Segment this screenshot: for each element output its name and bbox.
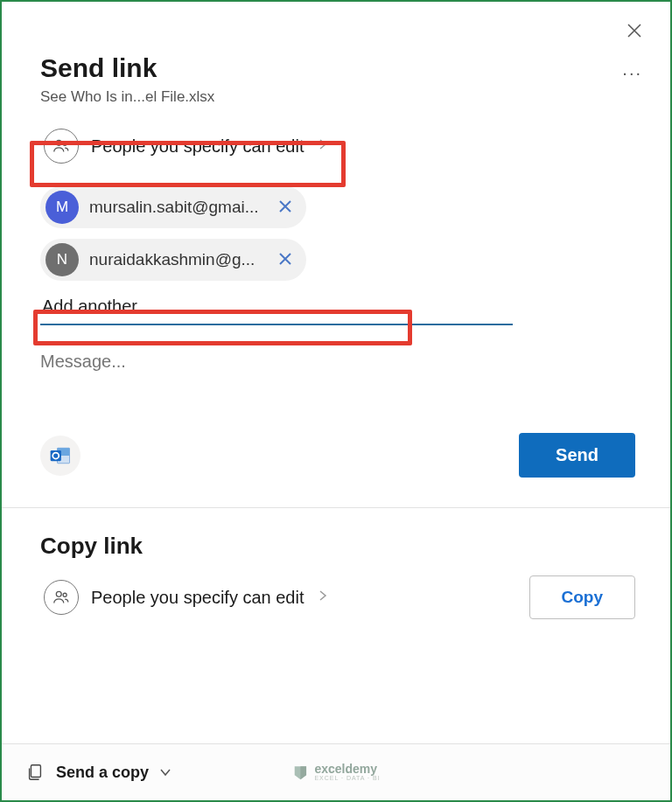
avatar: M [46, 191, 79, 224]
people-icon [44, 580, 79, 615]
send-row: Send [40, 433, 635, 507]
recipient-email: nuraidakkashmin@g... [89, 250, 264, 269]
close-icon[interactable] [621, 17, 648, 47]
file-name: See Who Is in...el File.xlsx [40, 88, 635, 106]
dialog-title: Send link [40, 53, 635, 83]
send-button[interactable]: Send [519, 433, 635, 478]
chevron-down-icon [159, 765, 172, 779]
avatar: N [46, 243, 79, 276]
send-link-dialog: ··· Send link See Who Is in...el File.xl… [2, 2, 670, 800]
watermark-logo-icon [291, 764, 309, 781]
annotation-highlight [30, 141, 346, 187]
remove-recipient-icon[interactable] [275, 248, 296, 271]
svg-rect-8 [31, 765, 40, 778]
recipient-chip: M mursalin.sabit@gmai... [40, 186, 306, 228]
watermark-text: exceldemy [314, 763, 380, 775]
footer-label: Send a copy [56, 764, 149, 782]
copy-permission-label: People you specify can edit [91, 588, 304, 608]
svg-point-6 [56, 591, 61, 596]
svg-point-7 [63, 593, 66, 596]
watermark-subtext: EXCEL · DATA · BI [314, 775, 380, 781]
watermark: exceldemy EXCEL · DATA · BI [291, 763, 380, 781]
recipient-chip: N nuraidakkashmin@g... [40, 239, 306, 281]
remove-recipient-icon[interactable] [275, 196, 296, 219]
copy-permission-button[interactable]: People you specify can edit [40, 576, 331, 618]
copy-link-title: Copy link [40, 533, 635, 560]
message-input[interactable] [40, 352, 635, 372]
copy-button[interactable]: Copy [529, 575, 636, 619]
message-row [40, 352, 635, 372]
recipient-chips: M mursalin.sabit@gmai... N nuraidakkashm… [40, 186, 635, 281]
annotation-highlight [33, 310, 412, 345]
recipient-email: mursalin.sabit@gmai... [89, 198, 264, 217]
outlook-icon[interactable] [40, 436, 80, 476]
chevron-right-icon [318, 589, 327, 605]
copy-file-icon [24, 762, 46, 783]
